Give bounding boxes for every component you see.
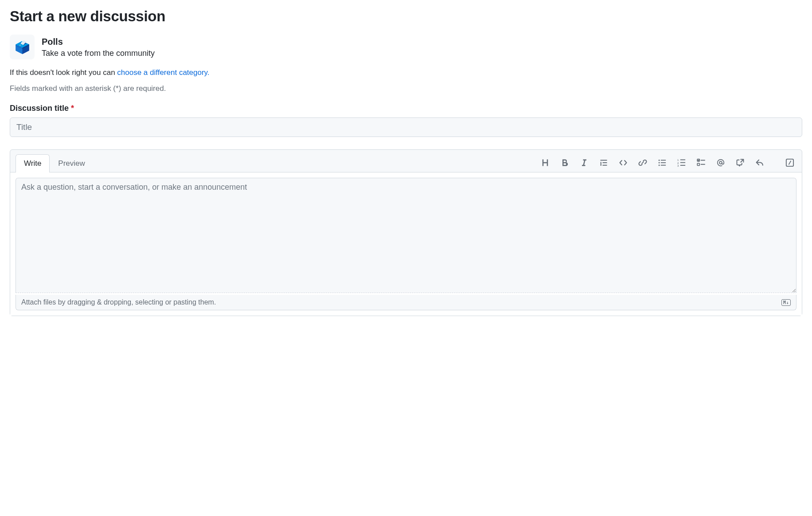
- tab-preview[interactable]: Preview: [50, 154, 93, 172]
- svg-point-2: [659, 164, 660, 166]
- category-hint-prefix: If this doesn't look right you can: [10, 68, 117, 77]
- link-icon[interactable]: [638, 158, 648, 168]
- ballot-box-icon: 🗳️: [10, 35, 35, 59]
- category-description: Take a vote from the community: [42, 49, 155, 58]
- svg-rect-13: [697, 163, 699, 165]
- editor-box: Write Preview: [10, 149, 802, 316]
- editor-body: Attach files by dragging & dropping, sel…: [10, 172, 802, 316]
- editor-header: Write Preview: [10, 150, 802, 172]
- svg-rect-4: [661, 162, 666, 163]
- svg-rect-5: [661, 165, 666, 166]
- tab-write[interactable]: Write: [16, 154, 50, 172]
- unordered-list-icon[interactable]: [657, 158, 667, 168]
- svg-point-1: [659, 162, 660, 164]
- mention-icon[interactable]: [716, 158, 726, 168]
- task-list-icon[interactable]: [696, 158, 706, 168]
- ordered-list-icon[interactable]: 123: [677, 158, 687, 168]
- italic-icon[interactable]: [579, 158, 589, 168]
- discussion-title-label-text: Discussion title: [10, 104, 69, 113]
- slash-commands-icon[interactable]: [785, 158, 795, 168]
- editor-tabs: Write Preview: [16, 154, 94, 172]
- cross-reference-icon[interactable]: [735, 158, 745, 168]
- heading-icon[interactable]: [540, 158, 550, 168]
- code-icon[interactable]: [618, 158, 628, 168]
- required-star: *: [71, 104, 74, 113]
- reply-icon[interactable]: [755, 158, 765, 168]
- discussion-title-label: Discussion title *: [10, 104, 802, 113]
- svg-text:3: 3: [677, 164, 679, 167]
- category-name: Polls: [42, 36, 155, 47]
- editor-toolbar: 123: [540, 158, 796, 172]
- attach-bar[interactable]: Attach files by dragging & dropping, sel…: [16, 295, 796, 310]
- bold-icon[interactable]: [560, 158, 570, 168]
- discussion-title-input[interactable]: [10, 117, 802, 137]
- markdown-icon[interactable]: M↓: [781, 299, 791, 306]
- choose-category-link[interactable]: choose a different category.: [117, 68, 209, 77]
- required-fields-note: Fields marked with an asterisk (*) are r…: [10, 84, 802, 93]
- quote-icon[interactable]: [599, 158, 609, 168]
- svg-rect-9: [680, 160, 685, 160]
- svg-point-0: [659, 160, 660, 161]
- category-hint: If this doesn't look right you can choos…: [10, 68, 802, 77]
- category-text: Polls Take a vote from the community: [42, 36, 155, 58]
- discussion-body-textarea[interactable]: [16, 178, 796, 293]
- svg-rect-10: [680, 162, 685, 163]
- page-title: Start a new discussion: [10, 8, 802, 25]
- svg-rect-11: [680, 165, 685, 166]
- category-row: 🗳️ Polls Take a vote from the community: [10, 35, 802, 59]
- svg-rect-3: [661, 160, 666, 161]
- attach-hint: Attach files by dragging & dropping, sel…: [21, 298, 216, 306]
